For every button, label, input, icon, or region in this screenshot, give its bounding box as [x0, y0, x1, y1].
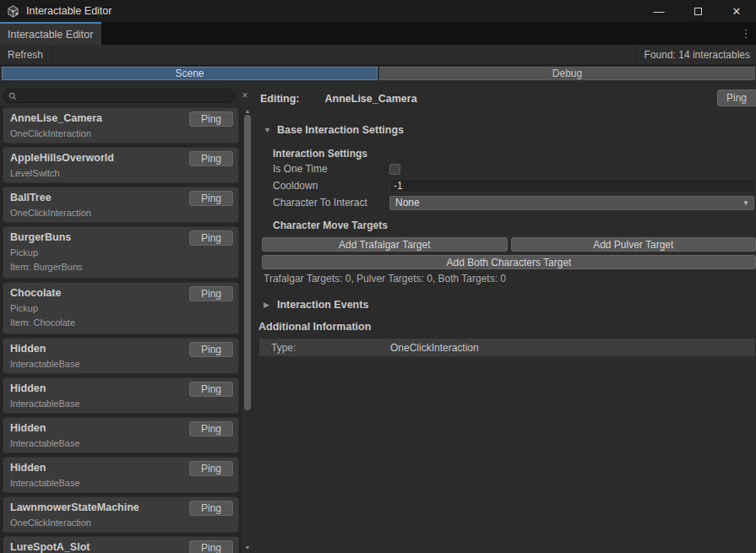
character-to-interact-dropdown[interactable]: None ▼: [389, 196, 754, 210]
list-item-subtitle: OneClickInteraction: [10, 518, 231, 529]
list-item-subtitle: InteractableBase: [10, 478, 231, 489]
list-item-subtitle: OneClickInteraction: [10, 128, 231, 139]
scroll-up-button[interactable]: ▲: [242, 106, 253, 115]
ping-button[interactable]: Ping: [189, 421, 233, 436]
list-item[interactable]: Hidden Ping InteractableBase: [3, 377, 239, 414]
scroll-up-icon: ▲: [245, 108, 251, 114]
list-item[interactable]: Hidden Ping InteractableBase: [3, 417, 239, 453]
list-item-subtitle: InteractableBase: [10, 359, 231, 370]
clear-search-button[interactable]: ×: [239, 88, 251, 103]
close-button[interactable]: ✕: [717, 0, 756, 22]
kebab-menu-icon: ⋮: [741, 27, 752, 40]
found-count-text: Found: 14 interactables: [645, 49, 750, 61]
scrollbar-thumb[interactable]: [244, 115, 251, 410]
list-item[interactable]: LureSpotA_Slot Ping: [3, 536, 239, 553]
cooldown-field[interactable]: [389, 179, 756, 192]
tab-debug[interactable]: Debug: [379, 67, 755, 80]
ping-button[interactable]: Ping: [189, 286, 233, 301]
character-to-interact-label: Character To Interact: [273, 197, 389, 209]
is-one-time-label: Is One Time: [273, 163, 389, 175]
additional-information-header: Additional Information: [258, 321, 371, 333]
inspector-ping-button[interactable]: Ping: [717, 89, 756, 106]
interactable-list: AnneLise_Camera Ping OneClickInteraction…: [0, 106, 242, 553]
list-item[interactable]: AnneLise_Camera Ping OneClickInteraction: [3, 107, 239, 144]
list-item[interactable]: BallTree Ping OneClickInteraction: [3, 187, 239, 223]
add-both-label: Add Both Characters Target: [447, 257, 572, 268]
window-titlebar: Interactable Editor — ✕: [0, 0, 756, 22]
search-icon: [8, 92, 17, 100]
add-both-characters-target-button[interactable]: Add Both Characters Target: [262, 255, 756, 269]
tab-scene[interactable]: Scene: [2, 67, 378, 80]
list-item-subtitle: OneClickInteraction: [10, 208, 231, 219]
inspector-ping-label: Ping: [726, 92, 747, 104]
type-row: Type: OneClickInteraction: [258, 338, 756, 357]
list-item[interactable]: AppleHillsOverworld Ping LevelSwitch: [3, 147, 239, 183]
ping-button[interactable]: Ping: [189, 111, 233, 127]
editing-label: Editing:: [260, 93, 300, 105]
scroll-down-icon: ▼: [245, 545, 251, 550]
minimize-icon: —: [654, 5, 665, 18]
ping-button[interactable]: Ping: [189, 540, 233, 553]
list-item[interactable]: Hidden Ping InteractableBase: [3, 457, 239, 493]
tab-label: Interactable Editor: [8, 29, 93, 41]
ping-button[interactable]: Ping: [189, 151, 233, 166]
ping-button[interactable]: Ping: [189, 461, 233, 476]
targets-summary: Trafalgar Targets: 0, Pulver Targets: 0,…: [264, 273, 506, 285]
clear-search-icon: ×: [242, 89, 247, 101]
list-item-subtitle: InteractableBase: [10, 438, 231, 449]
interaction-events-foldout[interactable]: ▶ Interaction Events: [264, 299, 368, 311]
interactable-list-panel: × AnneLise_Camera Ping OneClickInteracti…: [0, 82, 253, 553]
character-dropdown-value: None: [395, 197, 420, 209]
editing-value: AnneLise_Camera: [325, 93, 417, 105]
inspector-panel: Editing: AnneLise_Camera Ping ▼ Base Int…: [253, 82, 756, 553]
tab-menu-button[interactable]: ⋮: [739, 22, 753, 45]
list-item-subtitle: Item: BurgerBuns: [10, 262, 231, 273]
cooldown-label: Cooldown: [273, 180, 389, 192]
search-row: ×: [0, 82, 253, 106]
foldout-closed-icon: ▶: [264, 301, 272, 309]
list-item-subtitle: Item: Chocolate: [10, 317, 231, 328]
maximize-button[interactable]: [678, 0, 717, 22]
list-item[interactable]: BurgerBuns Ping PickupItem: BurgerBuns: [3, 226, 239, 279]
tab-scene-label: Scene: [175, 68, 204, 79]
editing-row: Editing: AnneLise_Camera: [260, 90, 417, 107]
character-to-interact-row: Character To Interact None ▼: [273, 194, 756, 211]
search-input[interactable]: [20, 91, 235, 101]
list-item[interactable]: Hidden Ping InteractableBase: [3, 338, 239, 374]
events-foldout-label: Interaction Events: [277, 299, 368, 311]
character-move-targets-header: Character Move Targets: [273, 220, 388, 231]
view-tab-bar: Scene Debug: [0, 66, 756, 82]
close-icon: ✕: [732, 5, 742, 18]
add-pulver-target-button[interactable]: Add Pulver Target: [511, 237, 756, 252]
list-scrollbar[interactable]: ▲ ▼: [242, 106, 253, 553]
interaction-settings-header: Interaction Settings: [273, 148, 367, 160]
cooldown-row: Cooldown: [273, 177, 756, 194]
base-interaction-settings-foldout[interactable]: ▼ Base Interaction Settings: [264, 124, 404, 136]
base-foldout-label: Base Interaction Settings: [277, 124, 404, 136]
add-trafalgar-target-button[interactable]: Add Trafalgar Target: [262, 237, 508, 252]
refresh-button[interactable]: Refresh: [0, 45, 52, 64]
found-count-label: Found: 14 interactables: [635, 45, 756, 64]
ping-button[interactable]: Ping: [189, 342, 233, 357]
maximize-icon: [694, 8, 702, 15]
list-item-subtitle: LevelSwitch: [10, 168, 231, 179]
is-one-time-row: Is One Time: [273, 160, 756, 177]
type-label: Type:: [259, 342, 390, 354]
scroll-down-button[interactable]: ▼: [242, 543, 253, 551]
list-item-subtitle: Pickup: [10, 303, 231, 314]
ping-button[interactable]: Ping: [189, 230, 233, 246]
ping-button[interactable]: Ping: [189, 501, 233, 516]
is-one-time-checkbox[interactable]: [389, 164, 400, 175]
list-item-subtitle: InteractableBase: [10, 398, 231, 409]
list-item[interactable]: Chocolate Ping PickupItem: Chocolate: [3, 282, 239, 334]
ping-button[interactable]: Ping: [189, 382, 233, 397]
tab-interactable-editor[interactable]: Interactable Editor: [0, 22, 101, 45]
type-value: OneClickInteraction: [390, 342, 479, 354]
toolbar: Refresh Found: 14 interactables: [0, 45, 756, 65]
search-field[interactable]: [3, 89, 236, 103]
minimize-button[interactable]: —: [639, 0, 678, 22]
refresh-label: Refresh: [8, 49, 43, 61]
ping-button[interactable]: Ping: [189, 191, 233, 206]
app-cube-icon: [7, 5, 19, 18]
list-item[interactable]: LawnmowerStateMachine Ping OneClickInter…: [3, 496, 239, 533]
